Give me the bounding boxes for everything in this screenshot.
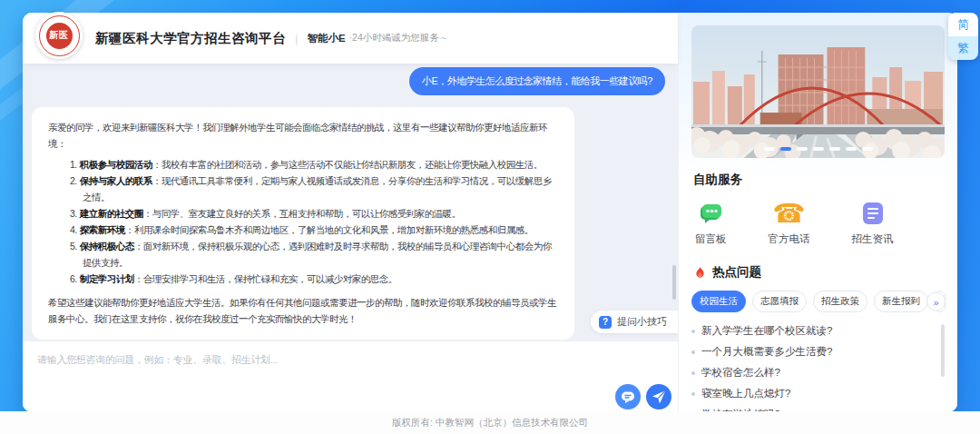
self-service-row: 留言板 ☎ 官方电话 招生资讯 [691,199,945,246]
question-tips-label: 提问小技巧 [617,315,667,329]
service-slogan: ·24小时竭诚为您服务～ [349,32,449,44]
suggestion-title: 探索新环境 [80,224,125,235]
chat-panel: 小E，外地学生怎么度过念家情结，能给我一些建议吗? 亲爱的同学，欢迎来到新疆医科… [23,64,678,341]
suggestion-number: 5. [70,241,77,252]
service-label: 留言板 [695,232,727,246]
suggestion-item: 4.探索新环境：利用课余时间探索乌鲁木齐和周边地区，了解当地的文化和风景，增加对… [70,222,558,238]
bullet-dot-icon [691,392,695,396]
suggestion-text: ：合理安排学习和生活，保持忙碌和充实，可以减少对家的思念。 [134,273,397,284]
header: 新医 新疆医科大学官方招生咨询平台 | 智能小E ·24小时竭诚为您服务～ [23,13,678,64]
suggestion-item: 6.制定学习计划：合理安排学习和生活，保持忙碌和充实，可以减少对家的思念。 [70,271,558,287]
language-toggle: 简 繁 [948,13,978,60]
bot-outro: 希望这些建议能帮助你更好地适应大学生活。如果你有任何其他问题或需要进一步的帮助，… [48,294,558,327]
suggestion-text: ：面对新环境，保持积极乐观的心态，遇到困难时及时寻求帮助，我校的辅导员和心理咨询… [83,241,552,268]
suggestion-text: ：我校有丰富的社团和活动，参与这些活动不仅能让你结识新朋友，还能让你更快融入校园… [152,159,543,170]
suggestion-text: ：利用课余时间探索乌鲁木齐和周边地区，了解当地的文化和风景，增加对新环境的熟悉感… [125,224,534,235]
suggestion-number: 6. [70,273,77,284]
side-panel: 自助服务 留言板 ☎ 官方电话 [678,13,957,412]
suggestion-text: ：与同学、室友建立良好的关系，互相支持和帮助，可以让你感受到家的温暖。 [143,208,461,219]
phone-icon: ☎ [775,199,804,228]
carousel-dot[interactable] [862,147,873,151]
hot-question[interactable]: 一个月大概需要多少生活费? [691,341,945,362]
suggestion-number: 4. [70,224,77,235]
question-mark-icon: ? [599,316,612,329]
hot-question-text: 新入学学生在哪个校区就读? [701,324,832,338]
hot-questions-title: 热点问题 [712,264,761,281]
copyright-text: 版权所有: 中教智网（北京）信息技术有限公司 [392,417,588,429]
self-service-title: 自助服务 [693,172,945,188]
quick-chat-button[interactable] [615,384,641,409]
carousel-dot[interactable] [780,147,791,151]
chat-input[interactable] [37,354,600,365]
main-card: 新医 新疆医科大学官方招生咨询平台 | 智能小E ·24小时竭诚为您服务～ 小E… [23,13,957,412]
question-tips-button[interactable]: ? 提问小技巧 [591,311,678,333]
title-divider: | [295,32,298,45]
flame-icon [693,266,707,280]
service-official-phone[interactable]: ☎ 官方电话 [769,199,810,246]
message-board-icon [696,199,725,228]
admission-news-icon [858,199,887,228]
suggestion-list: 1.积极参与校园活动：我校有丰富的社团和活动，参与这些活动不仅能让你结识新朋友，… [48,156,558,287]
hot-question[interactable]: 新入学学生在哪个校区就读? [691,321,945,341]
suggestion-title: 积极参与校园活动 [80,159,152,170]
bullet-dot-icon [691,330,695,333]
carousel-dot[interactable] [829,147,840,151]
simplified-chinese-button[interactable]: 简 [948,13,978,36]
suggestion-number: 1. [70,159,77,170]
carousel-dot[interactable] [846,147,857,151]
service-label: 招生资讯 [852,232,894,246]
campus-winter-photo [691,25,945,158]
suggestion-title: 保持积极心态 [80,241,134,252]
composer [23,341,678,412]
seal-ring-icon: 新医 [39,15,80,56]
hot-question-text: 学校宿舍怎么样? [701,366,780,380]
hot-tab[interactable]: 志愿填报 [752,291,807,312]
chat-scrollbar[interactable] [672,265,676,300]
suggestion-title: 制定学习计划 [80,273,134,284]
bot-message-bubble: 亲爱的同学，欢迎来到新疆医科大学！我们理解外地学生可能会面临念家情结的挑战，这里… [32,107,574,340]
bullet-dot-icon [691,350,695,354]
suggestion-title: 保持与家人的联系 [80,175,152,186]
hot-questions-header: 热点问题 [693,264,945,281]
composer-buttons [615,384,671,409]
campus-photo-carousel [691,25,945,158]
traditional-chinese-button[interactable]: 繁 [948,36,978,60]
carousel-dot[interactable] [797,147,808,151]
questions-scrollbar[interactable] [941,324,945,377]
university-logo: 新医 [35,12,83,59]
hot-question-list: 新入学学生在哪个校区就读?一个月大概需要多少生活费?学校宿舍怎么样?寝室晚上几点… [691,321,945,411]
bullet-dot-icon [691,371,695,375]
hot-tab[interactable]: 招生政策 [813,291,867,312]
tabs-expand-chevron-icon[interactable]: » [926,292,946,311]
hot-tab[interactable]: 新生报到 [874,291,928,312]
hot-question-text: 一个月大概需要多少生活费? [701,345,832,359]
hot-question-text: 寝室晚上几点熄灯? [701,387,790,400]
carousel-dots [764,147,873,151]
seal-text: 新医 [46,23,73,49]
send-button[interactable] [646,384,671,409]
suggestion-item: 3.建立新的社交圈：与同学、室友建立良好的关系，互相支持和帮助，可以让你感受到家… [70,205,558,222]
user-message-bubble: 小E，外地学生怎么度过念家情结，能给我一些建议吗? [409,67,665,95]
hot-question[interactable]: 学校宿舍怎么样? [691,362,945,383]
app-window: 新医 新疆医科大学官方招生咨询平台 | 智能小E ·24小时竭诚为您服务～ 小E… [0,0,980,434]
suggestion-text: ：现代通讯工具非常便利，定期与家人视频通话或发消息，分享你的生活和学习情况，可以… [83,175,552,202]
service-admission-news[interactable]: 招生资讯 [852,199,894,246]
hot-question[interactable]: 学校有游泳馆吗? [691,404,945,411]
bot-name: 智能小E [307,32,345,45]
suggestion-item: 1.积极参与校园活动：我校有丰富的社团和活动，参与这些活动不仅能让你结识新朋友，… [70,156,558,173]
hot-question-tabs: 校园生活志愿填报招生政策新生报到 » [691,291,946,312]
chat-bubble-icon [615,384,641,409]
footer: 版权所有: 中教智网（北京）信息技术有限公司 [0,411,980,434]
suggestion-number: 3. [70,208,77,219]
suggestion-item: 2.保持与家人的联系：现代通讯工具非常便利，定期与家人视频通话或发消息，分享你的… [70,173,558,205]
service-label: 官方电话 [769,232,810,246]
suggestion-item: 5.保持积极心态：面对新环境，保持积极乐观的心态，遇到困难时及时寻求帮助，我校的… [70,238,558,271]
page-title: 新疆医科大学官方招生咨询平台 [95,30,286,47]
hot-tab[interactable]: 校园生活 [691,291,746,312]
carousel-dot[interactable] [813,147,824,151]
bot-intro: 亲爱的同学，欢迎来到新疆医科大学！我们理解外地学生可能会面临念家情结的挑战，这里… [48,119,558,152]
hot-question[interactable]: 寝室晚上几点熄灯? [691,383,945,404]
carousel-dot[interactable] [764,147,775,151]
service-message-board[interactable]: 留言板 [695,199,727,246]
send-plane-icon [646,384,671,409]
